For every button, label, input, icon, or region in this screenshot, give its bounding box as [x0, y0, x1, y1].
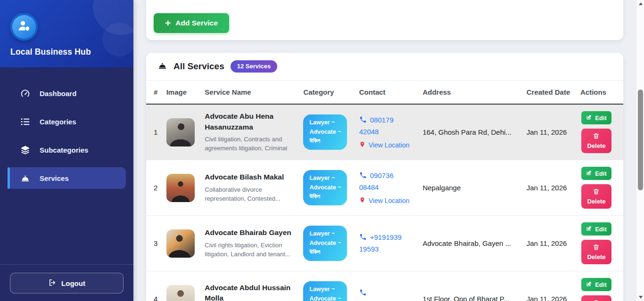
- service-address: 164, Ghosh Para Rd, Dehi...: [419, 104, 522, 160]
- logout-button[interactable]: Logout: [10, 273, 124, 293]
- row-number: 4: [146, 271, 163, 301]
- cloche-icon: [157, 61, 167, 73]
- phone-icon: [359, 233, 367, 244]
- col-header-address: Address: [419, 81, 522, 104]
- category-line: উকিল: [309, 192, 341, 201]
- sidebar-footer: Logout: [0, 264, 133, 301]
- row-number: 3: [146, 216, 163, 271]
- service-description: Civil rights litigation, Eviction litiga…: [205, 241, 296, 259]
- sidebar-item-services[interactable]: Services: [8, 167, 126, 189]
- table-row: 2 Advocate Bilash Makal Collaborative di…: [146, 160, 623, 216]
- delete-button[interactable]: Delete: [581, 129, 611, 153]
- category-line: Lawyer ~: [309, 285, 341, 294]
- toolbar-card: + Add Service: [146, 0, 623, 40]
- col-header-image: Image: [163, 81, 201, 104]
- add-service-label: Add Service: [175, 19, 218, 27]
- view-location-link[interactable]: View Location: [359, 141, 415, 149]
- phone-link[interactable]: 080179 42048: [359, 115, 415, 137]
- category-badge: Lawyer ~ Advocate ~ উকিল: [303, 281, 347, 301]
- service-address: Advocate Bhairab, Gayen ...: [419, 216, 522, 271]
- category-line: Lawyer ~: [309, 118, 341, 127]
- service-description: Collaborative divorce representation, Co…: [205, 186, 296, 203]
- service-address: Nepalgange: [419, 160, 522, 216]
- add-service-button[interactable]: + Add Service: [154, 13, 229, 33]
- service-photo: [166, 174, 195, 202]
- edit-button[interactable]: Edit: [581, 111, 611, 124]
- sidebar-header: Local Business Hub: [0, 0, 133, 67]
- col-header-contact: Contact: [355, 81, 419, 104]
- phone-link[interactable]: +9191939 19593: [359, 232, 415, 254]
- service-name: Advocate Bilash Makal: [205, 172, 296, 182]
- edit-button[interactable]: Edit: [581, 278, 611, 291]
- scroll-down-arrow-icon[interactable]: [636, 293, 644, 301]
- category-line: উকিল: [309, 137, 341, 146]
- sidebar-item-subcategories[interactable]: Subcategories: [8, 139, 126, 161]
- phone-icon: [359, 171, 367, 182]
- page-title: All Services: [173, 61, 224, 72]
- trash-icon: [593, 132, 600, 141]
- phone-icon: [359, 116, 367, 127]
- row-number: 1: [146, 104, 163, 160]
- cloche-icon: [20, 173, 30, 183]
- delete-button[interactable]: Delete: [581, 184, 611, 209]
- sidebar-item-categories[interactable]: Categories: [8, 111, 126, 132]
- table-header-row: # Image Service Name Category Contact Ad…: [146, 81, 623, 104]
- service-address: 1st Floor, Opp of Bharat P...: [419, 271, 522, 301]
- view-location-label: View Location: [369, 141, 410, 149]
- col-header-actions: Actions: [577, 81, 623, 104]
- service-description: Civil litigation, Contracts and agreemen…: [205, 135, 296, 153]
- scrollbar-thumb[interactable]: [638, 89, 643, 190]
- category-badge: Lawyer ~ Advocate ~ উকিল: [303, 170, 347, 205]
- created-date: Jan 11, 2026: [523, 216, 577, 271]
- sidebar-item-label: Subcategories: [40, 146, 88, 154]
- logout-icon: [48, 278, 57, 288]
- user-shield-icon: [17, 19, 31, 35]
- sidebar-item-label: Services: [40, 174, 69, 182]
- col-header-name: Service Name: [201, 81, 299, 104]
- created-date: Jan 11, 2026: [523, 104, 577, 160]
- phone-link[interactable]: 090736 08484: [359, 171, 415, 193]
- edit-icon: [586, 281, 592, 288]
- view-location-link[interactable]: View Location: [359, 196, 415, 205]
- category-line: Advocate ~: [309, 294, 341, 301]
- service-name: Advocate Abdul Hussain Molla: [205, 283, 296, 301]
- created-date: Jan 11, 2026: [523, 271, 577, 301]
- app-logo: [10, 13, 38, 41]
- sidebar: Local Business Hub Dashboard: [0, 0, 133, 301]
- delete-button[interactable]: Delete: [581, 295, 611, 301]
- scrollbar: [636, 0, 644, 301]
- created-date: Jan 11, 2026: [523, 160, 577, 216]
- edit-button[interactable]: Edit: [581, 222, 611, 236]
- edit-icon: [586, 225, 592, 233]
- category-badge: Lawyer ~ Advocate ~ উকিল: [303, 226, 347, 260]
- map-pin-icon: [359, 141, 365, 149]
- service-name: Advocate Bhairab Gayen: [205, 228, 296, 238]
- category-line: Advocate ~: [309, 128, 341, 137]
- scroll-up-arrow-icon[interactable]: [636, 0, 644, 8]
- trash-icon: [593, 244, 600, 252]
- services-card-header: All Services 12 Services: [146, 53, 623, 81]
- trash-icon: [593, 188, 600, 196]
- edit-icon: [586, 114, 592, 122]
- edit-button[interactable]: Edit: [581, 167, 611, 180]
- phone-link[interactable]: +918337018202: [359, 288, 415, 301]
- sidebar-item-dashboard[interactable]: Dashboard: [8, 82, 126, 104]
- gauge-icon: [20, 88, 30, 98]
- phone-icon: [359, 289, 367, 300]
- list-icon: [20, 116, 30, 127]
- category-line: Lawyer ~: [309, 174, 341, 183]
- brand-title: Local Business Hub: [10, 47, 123, 57]
- plus-icon: +: [165, 18, 171, 28]
- category-line: Advocate ~: [309, 183, 341, 192]
- sidebar-item-label: Categories: [40, 118, 76, 126]
- category-line: উকিল: [309, 248, 341, 257]
- delete-button[interactable]: Delete: [581, 240, 611, 264]
- category-line: Advocate ~: [309, 239, 341, 248]
- main-content: + Add Service All Services 12 Services: [133, 0, 636, 301]
- map-pin-icon: [359, 196, 365, 205]
- view-location-label: View Location: [369, 197, 410, 204]
- sidebar-nav: Dashboard Categories: [0, 67, 133, 264]
- row-number: 2: [146, 160, 163, 216]
- app-window: Local Business Hub Dashboard: [0, 0, 644, 301]
- services-table: # Image Service Name Category Contact Ad…: [146, 81, 623, 301]
